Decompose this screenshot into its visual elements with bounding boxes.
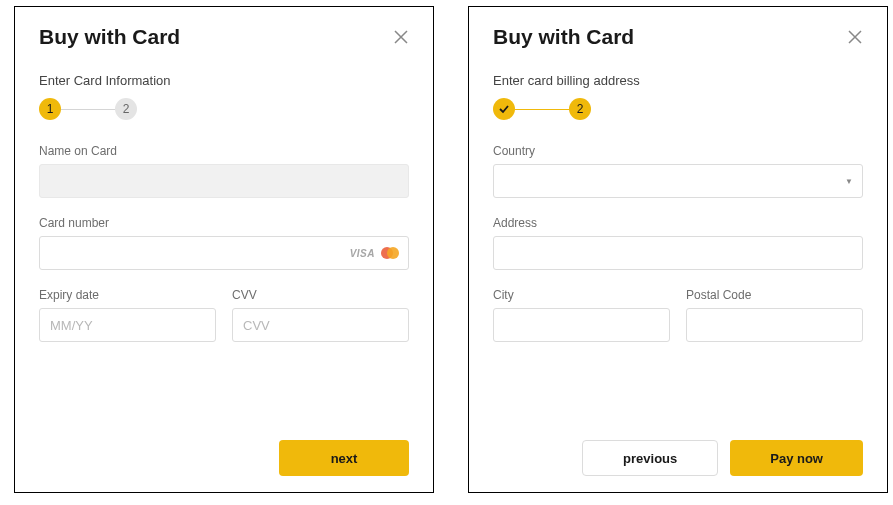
name-on-card-field: Name on Card [39, 144, 409, 198]
section-label: Enter Card Information [39, 73, 409, 88]
modal-footer: previous Pay now [493, 440, 863, 476]
buy-card-modal-step2: Buy with Card Enter card billing address… [468, 6, 888, 493]
address-field: Address [493, 216, 863, 270]
modal-header: Buy with Card [39, 25, 409, 49]
address-label: Address [493, 216, 863, 230]
mastercard-icon [379, 246, 401, 260]
postal-label: Postal Code [686, 288, 863, 302]
modal-title: Buy with Card [39, 25, 180, 49]
expiry-input[interactable] [39, 308, 216, 342]
address-input[interactable] [493, 236, 863, 270]
expiry-field: Expiry date [39, 288, 216, 342]
name-on-card-input[interactable] [39, 164, 409, 198]
expiry-label: Expiry date [39, 288, 216, 302]
stepper: 1 2 [39, 98, 409, 120]
postal-field: Postal Code [686, 288, 863, 342]
step-1-indicator [493, 98, 515, 120]
card-number-field: Card number VISA [39, 216, 409, 270]
previous-button[interactable]: previous [582, 440, 718, 476]
modal-header: Buy with Card [493, 25, 863, 49]
visa-icon: VISA [350, 248, 375, 259]
step-1-indicator: 1 [39, 98, 61, 120]
step-connector [61, 109, 115, 110]
next-button[interactable]: next [279, 440, 409, 476]
step-2-indicator: 2 [115, 98, 137, 120]
city-field: City [493, 288, 670, 342]
card-brand-icons: VISA [350, 246, 401, 260]
cvv-field: CVV [232, 288, 409, 342]
country-select[interactable] [493, 164, 863, 198]
postal-input[interactable] [686, 308, 863, 342]
stepper: 2 [493, 98, 863, 120]
modal-title: Buy with Card [493, 25, 634, 49]
name-on-card-label: Name on Card [39, 144, 409, 158]
close-icon[interactable] [847, 29, 863, 45]
buy-card-modal-step1: Buy with Card Enter Card Information 1 2… [14, 6, 434, 493]
step-2-indicator: 2 [569, 98, 591, 120]
modal-footer: next [39, 440, 409, 476]
city-input[interactable] [493, 308, 670, 342]
cvv-input[interactable] [232, 308, 409, 342]
step-connector [515, 109, 569, 110]
pay-now-button[interactable]: Pay now [730, 440, 863, 476]
close-icon[interactable] [393, 29, 409, 45]
country-field: Country ▼ [493, 144, 863, 198]
cvv-label: CVV [232, 288, 409, 302]
country-label: Country [493, 144, 863, 158]
city-label: City [493, 288, 670, 302]
section-label: Enter card billing address [493, 73, 863, 88]
card-number-label: Card number [39, 216, 409, 230]
svg-point-1 [387, 247, 399, 259]
